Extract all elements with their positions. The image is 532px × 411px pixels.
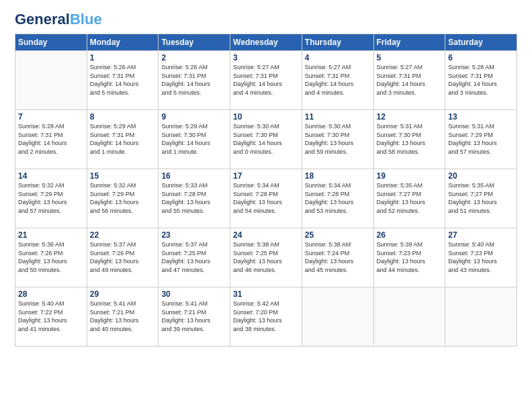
day-info: Sunrise: 5:40 AM Sunset: 7:23 PM Dayligh…: [448, 240, 514, 274]
day-info: Sunrise: 5:37 AM Sunset: 7:25 PM Dayligh…: [161, 240, 227, 274]
day-info: Sunrise: 5:27 AM Sunset: 7:31 PM Dayligh…: [377, 63, 443, 97]
day-number: 13: [448, 112, 514, 122]
calendar-cell: 24Sunrise: 5:38 AM Sunset: 7:25 PM Dayli…: [230, 228, 302, 287]
logo-text: GeneralBlue: [15, 12, 102, 27]
day-info: Sunrise: 5:40 AM Sunset: 7:22 PM Dayligh…: [18, 300, 84, 333]
day-info: Sunrise: 5:33 AM Sunset: 7:28 PM Dayligh…: [161, 181, 227, 215]
day-number: 15: [90, 171, 156, 181]
calendar-cell: 1Sunrise: 5:26 AM Sunset: 7:31 PM Daylig…: [87, 51, 159, 110]
day-header-sunday: Sunday: [15, 34, 87, 51]
calendar-cell: 25Sunrise: 5:38 AM Sunset: 7:24 PM Dayli…: [302, 228, 373, 287]
day-number: 2: [161, 53, 227, 62]
day-number: 19: [377, 171, 443, 181]
calendar-cell: 26Sunrise: 5:39 AM Sunset: 7:23 PM Dayli…: [373, 228, 445, 287]
calendar-cell: 28Sunrise: 5:40 AM Sunset: 7:22 PM Dayli…: [15, 287, 87, 347]
calendar-cell: 18Sunrise: 5:34 AM Sunset: 7:28 PM Dayli…: [302, 169, 373, 228]
day-number: 1: [90, 53, 156, 62]
day-info: Sunrise: 5:35 AM Sunset: 7:27 PM Dayligh…: [377, 181, 443, 215]
calendar-cell: 21Sunrise: 5:36 AM Sunset: 7:26 PM Dayli…: [15, 228, 87, 287]
day-info: Sunrise: 5:32 AM Sunset: 7:29 PM Dayligh…: [18, 181, 84, 215]
day-info: Sunrise: 5:42 AM Sunset: 7:20 PM Dayligh…: [233, 300, 299, 333]
calendar-cell: [445, 287, 517, 347]
calendar-cell: 16Sunrise: 5:33 AM Sunset: 7:28 PM Dayli…: [159, 169, 230, 228]
calendar-week-5: 28Sunrise: 5:40 AM Sunset: 7:22 PM Dayli…: [15, 287, 517, 347]
logo-blue: Blue: [70, 11, 102, 28]
day-info: Sunrise: 5:27 AM Sunset: 7:31 PM Dayligh…: [233, 63, 299, 97]
calendar-cell: 23Sunrise: 5:37 AM Sunset: 7:25 PM Dayli…: [159, 228, 230, 287]
day-number: 20: [448, 171, 514, 181]
calendar-cell: 13Sunrise: 5:31 AM Sunset: 7:29 PM Dayli…: [445, 110, 517, 169]
page-header: GeneralBlue: [15, 12, 517, 27]
day-number: 28: [18, 289, 84, 299]
calendar-cell: 22Sunrise: 5:37 AM Sunset: 7:26 PM Dayli…: [87, 228, 159, 287]
day-number: 23: [161, 230, 227, 240]
calendar-cell: 29Sunrise: 5:41 AM Sunset: 7:21 PM Dayli…: [87, 287, 159, 347]
calendar-cell: 12Sunrise: 5:31 AM Sunset: 7:30 PM Dayli…: [373, 110, 445, 169]
day-number: 9: [161, 112, 227, 122]
day-info: Sunrise: 5:38 AM Sunset: 7:24 PM Dayligh…: [305, 240, 371, 274]
day-info: Sunrise: 5:31 AM Sunset: 7:29 PM Dayligh…: [448, 122, 514, 156]
day-info: Sunrise: 5:38 AM Sunset: 7:25 PM Dayligh…: [233, 240, 299, 274]
day-header-thursday: Thursday: [302, 34, 373, 51]
day-number: 18: [305, 171, 371, 181]
day-number: 4: [305, 53, 371, 62]
calendar-week-3: 14Sunrise: 5:32 AM Sunset: 7:29 PM Dayli…: [15, 169, 517, 228]
calendar-cell: 7Sunrise: 5:28 AM Sunset: 7:31 PM Daylig…: [15, 110, 87, 169]
day-number: 29: [90, 289, 156, 299]
day-info: Sunrise: 5:28 AM Sunset: 7:31 PM Dayligh…: [18, 122, 84, 156]
day-info: Sunrise: 5:37 AM Sunset: 7:26 PM Dayligh…: [90, 240, 156, 274]
day-info: Sunrise: 5:28 AM Sunset: 7:31 PM Dayligh…: [448, 63, 514, 97]
calendar-cell: 30Sunrise: 5:41 AM Sunset: 7:21 PM Dayli…: [159, 287, 230, 347]
day-number: 10: [233, 112, 299, 122]
day-number: 6: [448, 53, 514, 62]
day-info: Sunrise: 5:41 AM Sunset: 7:21 PM Dayligh…: [161, 300, 227, 333]
calendar-cell: 20Sunrise: 5:35 AM Sunset: 7:27 PM Dayli…: [445, 169, 517, 228]
calendar-cell: 31Sunrise: 5:42 AM Sunset: 7:20 PM Dayli…: [230, 287, 302, 347]
day-header-friday: Friday: [373, 34, 445, 51]
calendar-header-row: SundayMondayTuesdayWednesdayThursdayFrid…: [15, 34, 517, 51]
day-number: 8: [90, 112, 156, 122]
day-info: Sunrise: 5:27 AM Sunset: 7:31 PM Dayligh…: [305, 63, 371, 97]
calendar-table: SundayMondayTuesdayWednesdayThursdayFrid…: [15, 34, 517, 347]
day-number: 7: [18, 112, 84, 122]
calendar-cell: [373, 287, 445, 347]
calendar-cell: 3Sunrise: 5:27 AM Sunset: 7:31 PM Daylig…: [230, 51, 302, 110]
day-number: 11: [305, 112, 371, 122]
calendar-week-1: 1Sunrise: 5:26 AM Sunset: 7:31 PM Daylig…: [15, 51, 517, 110]
calendar-cell: 5Sunrise: 5:27 AM Sunset: 7:31 PM Daylig…: [373, 51, 445, 110]
day-number: 3: [233, 53, 299, 62]
day-number: 16: [161, 171, 227, 181]
day-header-saturday: Saturday: [445, 34, 517, 51]
calendar-cell: 17Sunrise: 5:34 AM Sunset: 7:28 PM Dayli…: [230, 169, 302, 228]
calendar-week-2: 7Sunrise: 5:28 AM Sunset: 7:31 PM Daylig…: [15, 110, 517, 169]
day-number: 21: [18, 230, 84, 240]
calendar-cell: 6Sunrise: 5:28 AM Sunset: 7:31 PM Daylig…: [445, 51, 517, 110]
day-number: 30: [161, 289, 227, 299]
day-info: Sunrise: 5:34 AM Sunset: 7:28 PM Dayligh…: [233, 181, 299, 215]
day-number: 31: [233, 289, 299, 299]
day-number: 14: [18, 171, 84, 181]
day-info: Sunrise: 5:36 AM Sunset: 7:26 PM Dayligh…: [18, 240, 84, 274]
day-number: 12: [377, 112, 443, 122]
calendar-cell: 4Sunrise: 5:27 AM Sunset: 7:31 PM Daylig…: [302, 51, 373, 110]
day-info: Sunrise: 5:26 AM Sunset: 7:31 PM Dayligh…: [90, 63, 156, 97]
calendar-cell: 9Sunrise: 5:29 AM Sunset: 7:30 PM Daylig…: [159, 110, 230, 169]
day-number: 27: [448, 230, 514, 240]
day-number: 22: [90, 230, 156, 240]
logo: GeneralBlue: [15, 12, 102, 27]
day-info: Sunrise: 5:26 AM Sunset: 7:31 PM Dayligh…: [161, 63, 227, 97]
day-info: Sunrise: 5:29 AM Sunset: 7:31 PM Dayligh…: [90, 122, 156, 156]
calendar-cell: 14Sunrise: 5:32 AM Sunset: 7:29 PM Dayli…: [15, 169, 87, 228]
day-info: Sunrise: 5:41 AM Sunset: 7:21 PM Dayligh…: [90, 300, 156, 333]
calendar-cell: 11Sunrise: 5:30 AM Sunset: 7:30 PM Dayli…: [302, 110, 373, 169]
day-info: Sunrise: 5:30 AM Sunset: 7:30 PM Dayligh…: [233, 122, 299, 156]
calendar-week-4: 21Sunrise: 5:36 AM Sunset: 7:26 PM Dayli…: [15, 228, 517, 287]
day-number: 17: [233, 171, 299, 181]
calendar-cell: 10Sunrise: 5:30 AM Sunset: 7:30 PM Dayli…: [230, 110, 302, 169]
day-info: Sunrise: 5:31 AM Sunset: 7:30 PM Dayligh…: [377, 122, 443, 156]
day-info: Sunrise: 5:35 AM Sunset: 7:27 PM Dayligh…: [448, 181, 514, 215]
day-header-wednesday: Wednesday: [230, 34, 302, 51]
calendar-cell: 27Sunrise: 5:40 AM Sunset: 7:23 PM Dayli…: [445, 228, 517, 287]
day-info: Sunrise: 5:39 AM Sunset: 7:23 PM Dayligh…: [377, 240, 443, 274]
day-number: 5: [377, 53, 443, 62]
